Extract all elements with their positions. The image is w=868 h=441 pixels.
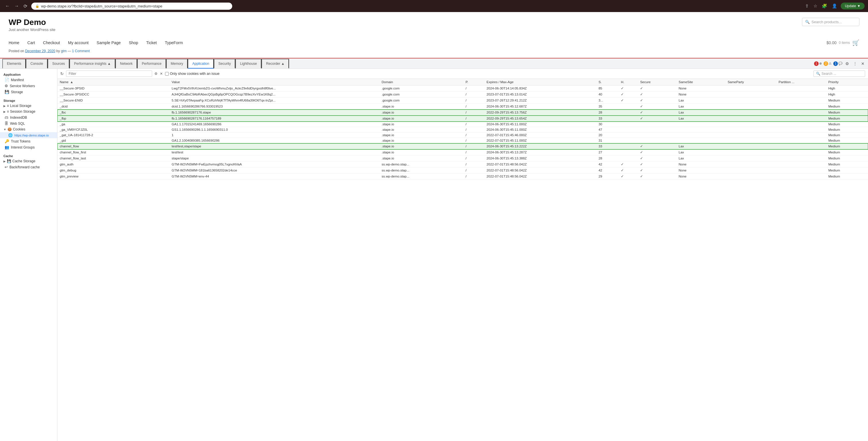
table-row[interactable]: __Secure-ENID5.SE=hXy0TAepaaFg-XCoRzhNrj… [57,98,868,103]
table-row[interactable]: _dciddcid.1.1656690286766.933019523.stap… [57,103,868,109]
table-row[interactable]: _ga_VM9YCFJZ0LGS1.1.1656690286.1.1.16566… [57,127,868,133]
table-row[interactable]: gtm_debugGTM-W2VN5MM=181ba613658202de14c… [57,167,868,173]
table-row[interactable]: __Secure-3PSIDCCAJi4QfGaBsC9AbRAbecQGjsB… [57,92,868,98]
sidebar-item-indexeddb[interactable]: 🗃 IndexedDB [0,114,57,121]
tab-sources[interactable]: Sources [48,59,69,69]
search-products-box[interactable]: 🔍 Search products... [802,18,859,26]
col-header-partition[interactable]: Partition ... [776,79,826,86]
post-comments-link[interactable]: 1 Comment [72,49,90,53]
tab-performance[interactable]: Performance [137,59,166,69]
table-row[interactable]: _gat_UA-181411728-21.stape.io/2022-07-01… [57,133,868,138]
settings-button[interactable]: ⚙ [844,60,850,67]
tab-performance-insights[interactable]: Performance insights ▲ [69,59,115,69]
table-cell: AJi4QfGaBsC9AbRAbecQGjsBg6pOPCQOGcqz7B9e… [169,92,379,98]
nav-shop[interactable]: Shop [129,40,138,45]
table-cell [619,133,638,138]
table-row[interactable]: _fbpfb.1.1656690287176.1164757189.stape.… [57,115,868,122]
col-header-expires[interactable]: Expires / Max-Age [484,79,596,86]
post-author-link[interactable]: gtm [61,49,67,53]
table-row[interactable]: gtm_authGTM-W2VN5MM=FwEpzhvmog05L7xgnoNV… [57,162,868,167]
table-row[interactable]: _gaGA1.1.17015241469.1656690286.stape.io… [57,122,868,127]
refresh-cookies-button[interactable]: ↻ [60,71,64,76]
table-cell: GTM-W2VN5MM=181ba613658202de14cce [169,167,379,173]
col-header-samesite[interactable]: SameSite [676,79,725,86]
col-header-secure[interactable]: Secure [638,79,676,86]
tab-security[interactable]: Security [214,59,236,69]
table-row[interactable]: channel_flow_firsttest/test.stape.io/202… [57,149,868,156]
tab-network[interactable]: Network [115,59,137,69]
table-row[interactable]: channel_flow_laststape/stape.stape.io/20… [57,156,868,162]
sidebar-item-trust-tokens[interactable]: 🔑 Trust Tokens [0,138,57,144]
update-button[interactable]: Update ▼ [841,3,865,9]
nav-checkout[interactable]: Checkout [43,40,60,45]
nav-home[interactable]: Home [9,40,19,45]
table-cell: __Secure-ENID [57,98,169,103]
sidebar-label-cookies-url: https://wp-demo.stape.io [14,134,49,137]
more-options-button[interactable]: ⋮ [852,60,858,67]
tab-console[interactable]: Console [26,59,48,69]
tab-application[interactable]: Application [188,59,214,69]
col-header-s[interactable]: S. [596,79,619,86]
table-cell: Medium [826,173,868,179]
table-cell [725,92,776,98]
nav-typeform[interactable]: TypeForm [165,40,183,45]
col-header-value[interactable]: Value [169,79,379,86]
show-issues-checkbox[interactable] [165,72,169,76]
table-cell: 33 [596,143,619,149]
sidebar-item-backforward-cache[interactable]: ↩ Back/forward cache [0,164,57,170]
filter-options-button[interactable]: ⚙ [154,72,158,76]
cart-icon[interactable]: 🛒 [852,39,859,46]
sidebar-label-indexeddb: IndexedDB [10,115,27,120]
nav-myaccount[interactable]: My account [68,40,89,45]
nav-cart[interactable]: Cart [27,40,35,45]
share-button[interactable]: ⇧ [804,2,810,10]
table-row[interactable]: _fbcfb.1.1656690287176.stape.stape.io/20… [57,109,868,115]
col-header-domain[interactable]: Domain [379,79,463,86]
nav-ticket[interactable]: Ticket [146,40,157,45]
clear-filter-button[interactable]: ✕ [160,72,163,76]
table-cell: ✓ [638,86,676,92]
nav-samplepage[interactable]: Sample Page [97,40,121,45]
address-bar[interactable]: 🔒 wp-demo.stape.io/?fbclid=stape&utm_sou… [31,3,232,10]
table-cell: Medium [826,133,868,138]
devtools-search-box[interactable]: 🔍 Search ... [813,71,865,77]
sidebar-item-websql[interactable]: 🗄 Web SQL [0,121,57,127]
sidebar-group-cache-storage[interactable]: ▶ 💾 Cache Storage [0,158,57,164]
cart-items: 0 items [839,41,850,45]
bookmark-button[interactable]: ☆ [812,2,818,10]
col-header-h[interactable]: H. [619,79,638,86]
tab-elements[interactable]: Elements [2,59,26,69]
sidebar-group-session-storage[interactable]: ▶ ≡ Session Storage [0,109,57,114]
col-header-priority[interactable]: Priority [826,79,868,86]
forward-button[interactable]: → [12,2,21,10]
table-row[interactable]: channel_flowtest/test,stape/stape.stape.… [57,143,868,149]
sidebar-item-label-service-workers: Service Workers [10,84,35,88]
sidebar-item-manifest[interactable]: 📄 Manifest [0,77,57,83]
sidebar-group-local-storage[interactable]: ▶ ≡ Local Storage [0,103,57,109]
col-header-path[interactable]: P. [463,79,484,86]
sidebar-item-storage[interactable]: 💾 Storage [0,89,57,95]
profile-button[interactable]: 👤 [831,2,838,10]
table-cell [619,122,638,127]
table-row[interactable]: gtm_previewGTM-W2VN5MM=env-44ss.wp-demo.… [57,173,868,179]
col-header-name[interactable]: Name ▲ [57,79,169,86]
sidebar-group-cookies[interactable]: ▼ 🍪 Cookies [0,127,57,132]
table-row[interactable]: __Secure-3PSIDLwgT2FMx5VlhXUembZG-cvoWhm… [57,86,868,92]
table-cell: GA1.1.17015241469.1656690286 [169,122,379,127]
table-cell [776,173,826,179]
tab-memory[interactable]: Memory [166,59,188,69]
tab-recorder[interactable]: Recorder ▲ [261,59,289,69]
col-header-sameparty[interactable]: SameParty [725,79,776,86]
filter-input[interactable] [66,71,152,77]
sidebar-item-cookies-url[interactable]: 🌐 https://wp-demo.stape.io [0,132,57,138]
back-button[interactable]: ← [3,2,11,10]
show-issues-checkbox-label[interactable]: Only show cookies with an issue [165,72,220,76]
extensions-button[interactable]: 🧩 [820,2,828,10]
tab-lighthouse[interactable]: Lighthouse [236,59,261,69]
close-devtools-button[interactable]: ✕ [860,60,866,67]
sidebar-item-service-workers[interactable]: ⚙ Service Workers [0,83,57,89]
sidebar-item-interest-groups[interactable]: 👥 Interest Groups [0,144,57,150]
post-date-link[interactable]: December 29, 2020 [25,49,55,53]
reload-button[interactable]: ⟳ [22,2,29,10]
table-row[interactable]: _gidGA1.2.1004089385.1656690286.stape.io… [57,138,868,143]
